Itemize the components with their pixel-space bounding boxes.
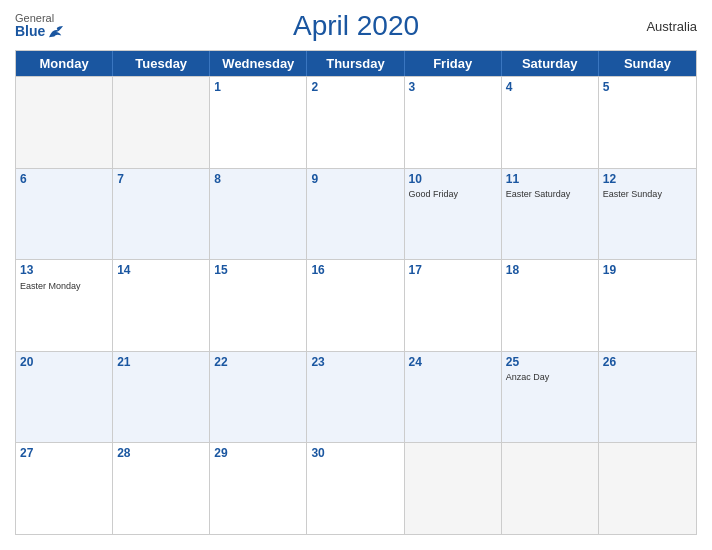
day-cell: 1 — [210, 77, 307, 168]
day-headers-row: MondayTuesdayWednesdayThursdayFridaySatu… — [16, 51, 696, 76]
day-cell: 6 — [16, 169, 113, 260]
day-header-monday: Monday — [16, 51, 113, 76]
day-cell: 14 — [113, 260, 210, 351]
day-cell: 7 — [113, 169, 210, 260]
holiday-name: Anzac Day — [506, 372, 594, 383]
day-cell: 23 — [307, 352, 404, 443]
day-number: 2 — [311, 80, 399, 96]
day-cell: 4 — [502, 77, 599, 168]
day-header-thursday: Thursday — [307, 51, 404, 76]
day-number: 5 — [603, 80, 692, 96]
calendar-grid: MondayTuesdayWednesdayThursdayFridaySatu… — [15, 50, 697, 535]
calendar-title: April 2020 — [293, 10, 419, 42]
day-cell: 18 — [502, 260, 599, 351]
holiday-name: Easter Monday — [20, 281, 108, 292]
week-row-4: 202122232425Anzac Day26 — [16, 351, 696, 443]
logo: General Blue — [15, 12, 65, 39]
country-label: Australia — [646, 19, 697, 34]
holiday-name: Easter Saturday — [506, 189, 594, 200]
day-number: 17 — [409, 263, 497, 279]
calendar-header: General Blue April 2020 Australia — [15, 10, 697, 42]
day-cell: 9 — [307, 169, 404, 260]
day-number: 20 — [20, 355, 108, 371]
day-number: 21 — [117, 355, 205, 371]
logo-blue: Blue — [15, 24, 45, 39]
day-cell: 5 — [599, 77, 696, 168]
day-number: 18 — [506, 263, 594, 279]
day-number: 11 — [506, 172, 594, 188]
week-row-1: 12345 — [16, 76, 696, 168]
day-cell: 22 — [210, 352, 307, 443]
holiday-name: Good Friday — [409, 189, 497, 200]
day-cell — [502, 443, 599, 534]
day-cell: 8 — [210, 169, 307, 260]
day-cell: 10Good Friday — [405, 169, 502, 260]
day-number: 7 — [117, 172, 205, 188]
day-cell: 29 — [210, 443, 307, 534]
day-number: 13 — [20, 263, 108, 279]
day-number: 6 — [20, 172, 108, 188]
day-number: 1 — [214, 80, 302, 96]
day-number: 12 — [603, 172, 692, 188]
day-number: 3 — [409, 80, 497, 96]
day-number: 16 — [311, 263, 399, 279]
day-cell: 15 — [210, 260, 307, 351]
day-cell — [599, 443, 696, 534]
day-cell: 19 — [599, 260, 696, 351]
day-header-wednesday: Wednesday — [210, 51, 307, 76]
day-cell: 2 — [307, 77, 404, 168]
day-number: 9 — [311, 172, 399, 188]
logo-bird-icon — [47, 25, 65, 39]
day-number: 30 — [311, 446, 399, 462]
day-cell: 26 — [599, 352, 696, 443]
day-number: 28 — [117, 446, 205, 462]
week-row-2: 678910Good Friday11Easter Saturday12East… — [16, 168, 696, 260]
day-number: 29 — [214, 446, 302, 462]
day-cell: 20 — [16, 352, 113, 443]
day-cell: 25Anzac Day — [502, 352, 599, 443]
holiday-name: Easter Sunday — [603, 189, 692, 200]
day-cell: 21 — [113, 352, 210, 443]
day-header-tuesday: Tuesday — [113, 51, 210, 76]
day-number: 26 — [603, 355, 692, 371]
day-cell: 16 — [307, 260, 404, 351]
day-number: 10 — [409, 172, 497, 188]
day-cell: 28 — [113, 443, 210, 534]
week-row-3: 13Easter Monday141516171819 — [16, 259, 696, 351]
day-number: 25 — [506, 355, 594, 371]
day-cell — [113, 77, 210, 168]
day-cell: 17 — [405, 260, 502, 351]
day-number: 15 — [214, 263, 302, 279]
day-number: 27 — [20, 446, 108, 462]
day-number: 19 — [603, 263, 692, 279]
day-number: 8 — [214, 172, 302, 188]
day-number: 14 — [117, 263, 205, 279]
day-cell: 30 — [307, 443, 404, 534]
day-cell — [405, 443, 502, 534]
day-cell: 11Easter Saturday — [502, 169, 599, 260]
day-header-saturday: Saturday — [502, 51, 599, 76]
calendar-container: General Blue April 2020 Australia Monday… — [0, 0, 712, 550]
day-cell: 13Easter Monday — [16, 260, 113, 351]
day-cell: 27 — [16, 443, 113, 534]
day-header-sunday: Sunday — [599, 51, 696, 76]
day-cell: 12Easter Sunday — [599, 169, 696, 260]
week-row-5: 27282930 — [16, 442, 696, 534]
day-number: 22 — [214, 355, 302, 371]
day-number: 24 — [409, 355, 497, 371]
weeks-container: 12345678910Good Friday11Easter Saturday1… — [16, 76, 696, 534]
day-cell: 3 — [405, 77, 502, 168]
day-cell: 24 — [405, 352, 502, 443]
day-header-friday: Friday — [405, 51, 502, 76]
day-cell — [16, 77, 113, 168]
day-number: 4 — [506, 80, 594, 96]
day-number: 23 — [311, 355, 399, 371]
